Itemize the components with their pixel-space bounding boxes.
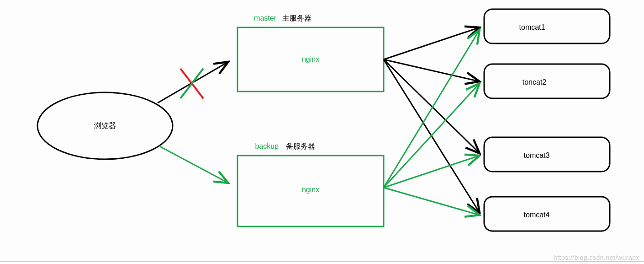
architecture-diagram: 浏览器 master 主服务器 nginx backup 备服务器 nginx … [0, 0, 644, 264]
arrow-master-to-tomcat2 [384, 59, 480, 81]
nginx-backup-badge: backup [255, 142, 279, 150]
arrow-browser-to-backup [160, 146, 228, 183]
arrow-backup-to-tomcat1 [384, 30, 480, 188]
watermark-text: https://blog.csdn.net/wuraox [554, 254, 639, 261]
tomcat3-label: tomcat3 [524, 151, 550, 159]
nginx-master-badge: master [254, 14, 277, 22]
tomcat1-node [484, 9, 610, 43]
arrow-master-to-tomcat3 [384, 59, 480, 153]
tomcat2-label: toncat2 [523, 78, 547, 86]
tomcat4-label: tomcat4 [524, 211, 550, 219]
nginx-master-label: nginx [302, 55, 319, 63]
arrow-backup-to-tomcat4 [384, 188, 480, 215]
nginx-master-badge-sub: 主服务器 [282, 14, 311, 22]
browser-label: 浏览器 [94, 122, 116, 129]
tomcat2-node [484, 64, 610, 98]
nginx-backup-label: nginx [302, 186, 319, 194]
nginx-backup-badge-sub: 备服务器 [286, 142, 315, 150]
tomcat1-label: tomcat1 [519, 23, 545, 31]
